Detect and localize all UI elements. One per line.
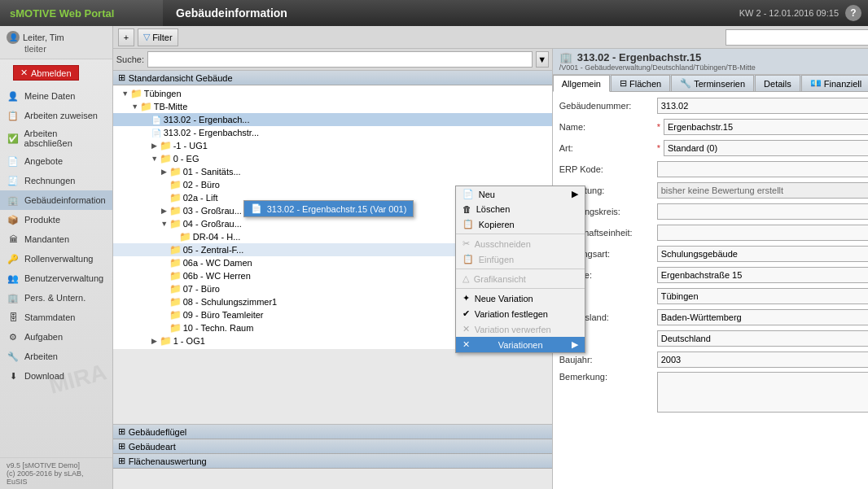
tab-finanziell-label: Finanziell — [824, 79, 861, 89]
sidebar-item-aufgaben[interactable]: ⚙ Aufgaben — [0, 327, 112, 347]
tab-flaechen[interactable]: ⊟ Flächen — [611, 75, 670, 91]
ctx-submenu-item-var001[interactable]: 📄 313.02 - Ergenbachstr.15 (Var 001) — [244, 201, 414, 216]
land-input[interactable] — [657, 330, 868, 347]
tree-item-eg[interactable]: ▼ 📁 0 - EG — [113, 152, 552, 165]
user-info: 👤 Leiter, Tim tleiter — [0, 26, 112, 59]
erp-input[interactable] — [657, 161, 868, 177]
add-button[interactable]: + — [118, 28, 134, 46]
tree-item-313-02-ergenb[interactable]: 📄 313.02 - Ergenbach... — [113, 113, 552, 126]
tree-expand-icon[interactable]: ▶ — [149, 335, 160, 347]
tree-item-313-02-ergenb2[interactable]: 📄 313.02 - Ergenbachstr... — [113, 126, 552, 139]
tree-expand-icon[interactable] — [159, 270, 170, 282]
tree-item-tb-mitte[interactable]: ▼ 📁 TB-Mitte — [113, 100, 552, 113]
sidebar-item-label: Benutzerverwaltung — [24, 273, 103, 283]
offer-icon: 📄 — [7, 155, 20, 168]
tab-finanziell[interactable]: 💶 Finanziell — [801, 75, 868, 91]
folder-icon: 📁 — [170, 166, 182, 177]
tree-expand-icon[interactable] — [159, 179, 170, 190]
person-icon: 👤 — [7, 90, 20, 103]
tree-expand-icon[interactable]: ▼ — [129, 101, 141, 112]
tree-expand-icon[interactable] — [159, 296, 170, 308]
sidebar-item-download[interactable]: ⬇ Download — [0, 366, 112, 386]
sidebar-item-meine-daten[interactable]: 👤 Meine Daten — [0, 86, 112, 106]
tree-expand-icon[interactable] — [159, 192, 170, 203]
sidebar-item-angebote[interactable]: 📄 Angebote — [0, 151, 112, 171]
tree-expand-icon[interactable] — [169, 231, 180, 242]
tree-expand-icon[interactable]: ▼ — [120, 88, 131, 99]
sidebar-item-rechnungen[interactable]: 🧾 Rechnungen — [0, 171, 112, 190]
tree-item-label: TB-Mitte — [154, 102, 188, 111]
ctx-neu[interactable]: 📄 Neu ▶ — [456, 186, 585, 202]
search-input[interactable] — [147, 51, 533, 68]
tree-header-label: Standardansicht Gebäude — [129, 73, 233, 83]
gebaeude-nr-input[interactable] — [657, 98, 868, 114]
tree-expand-icon[interactable] — [139, 114, 151, 125]
ctx-neue-variation[interactable]: ✦ Neue Variation — [456, 290, 585, 306]
newvar-icon: ✦ — [462, 293, 470, 303]
erp-label: ERP Kode: — [559, 164, 657, 174]
tree-item-sanit[interactable]: ▶ 📁 01 - Sanitäts... — [113, 165, 552, 178]
sidebar-item-produkte[interactable]: 📦 Produkte — [0, 210, 112, 229]
folder-icon: 📁 — [170, 218, 182, 229]
tree-expand-icon[interactable] — [159, 309, 170, 321]
bemerkung-textarea[interactable] — [657, 372, 868, 413]
ctx-separator1 — [456, 234, 585, 234]
nutzungsart-input[interactable] — [657, 246, 868, 262]
tree-item-tuebingen[interactable]: ▼ 📁 Tübingen — [113, 87, 552, 100]
name-input[interactable] — [664, 119, 868, 135]
sidebar-item-rollenverwaltung[interactable]: 🔑 Rollenverwaltung — [0, 249, 112, 269]
bewertung-input[interactable] — [657, 182, 868, 199]
ctx-kopieren[interactable]: 📋 Kopieren — [456, 216, 585, 232]
tree-expand-icon[interactable]: ▼ — [159, 218, 170, 229]
sidebar-item-arbeiten[interactable]: 🔧 Arbeiten — [0, 347, 112, 366]
form-row-art: Art: * ⊞ — [559, 139, 868, 157]
bottom-item-gebaeudeart[interactable]: ⊞ Gebäudeart — [113, 439, 552, 454]
ctx-variation-festlegen[interactable]: ✔ Variation festlegen — [456, 306, 585, 321]
sidebar-item-arbeiten-abschliessen[interactable]: ✅ Arbeiten abschließen — [0, 125, 112, 151]
ctx-loeschen[interactable]: 🗑 Löschen — [456, 202, 585, 216]
ctx-ausschneiden: ✂ Ausschneiden — [456, 236, 585, 251]
help-button[interactable]: ? — [845, 5, 861, 21]
bottom-item-label: Gebäudeart — [129, 442, 176, 452]
sidebar-item-stammdaten[interactable]: 🗄 Stammdaten — [0, 308, 112, 327]
version-text: v9.5 [sMOTIVE Demo] — [7, 461, 106, 469]
sidebar-item-arbeiten-zuweisen[interactable]: 📋 Arbeiten zuweisen — [0, 106, 112, 125]
tree-item-label: 07 - Büro — [183, 284, 220, 294]
stadt-input[interactable] — [657, 288, 868, 304]
tab-terminserien[interactable]: 🔧 Terminserien — [671, 75, 754, 91]
tab-details[interactable]: Details — [755, 75, 800, 91]
strasse-input[interactable] — [657, 267, 868, 283]
bundesland-input[interactable] — [657, 309, 868, 325]
tree-expand-icon[interactable] — [139, 127, 151, 138]
search-bar: Suche: ▼ — [113, 49, 552, 71]
sidebar-item-mandanten[interactable]: 🏛 Mandanten — [0, 229, 112, 249]
ctx-variationen[interactable]: ✕ Variationen ▶ — [456, 337, 585, 352]
tree-expand-icon[interactable] — [159, 244, 170, 255]
tree-expand-icon[interactable] — [159, 257, 170, 269]
assign-icon: 📋 — [7, 109, 20, 122]
tree-expand-icon[interactable]: ▶ — [159, 205, 170, 216]
tree-expand-icon[interactable]: ▼ — [149, 153, 160, 164]
bottom-item-gebaeudeflugel[interactable]: ⊞ Gebäudeflügel — [113, 425, 552, 439]
art-input[interactable] — [664, 140, 868, 156]
sidebar-item-gebaeudeinfo[interactable]: 🏢 Gebäudeinformation — [0, 190, 112, 210]
folder-icon: 📁 — [170, 179, 182, 190]
ctx-item-label: Variationen — [498, 340, 543, 350]
filter-button[interactable]: ▽ Filter — [138, 28, 178, 46]
baujahr-input[interactable] — [657, 351, 868, 368]
tree-expand-icon[interactable] — [159, 283, 170, 295]
search-dropdown[interactable]: ▼ — [536, 51, 549, 68]
tab-allgemein[interactable]: Allgemein — [553, 75, 610, 92]
wirtschaftseinheit-input[interactable] — [657, 225, 868, 241]
tree-expand-icon[interactable]: ▶ — [159, 166, 170, 177]
buchungskreis-input[interactable] — [657, 203, 868, 220]
product-icon: 📦 — [7, 213, 20, 226]
tree-item-ug1[interactable]: ▶ 📁 -1 - UG1 — [113, 139, 552, 152]
tree-expand-icon[interactable] — [159, 322, 170, 334]
global-search-input[interactable] — [726, 29, 868, 46]
sidebar-item-pers-untern[interactable]: 🏢 Pers. & Untern. — [0, 288, 112, 308]
sidebar-item-benutzerverwaltung[interactable]: 👥 Benutzerverwaltung — [0, 269, 112, 288]
bottom-item-flaechenauswertung[interactable]: ⊞ Flächenauswertung — [113, 454, 552, 469]
logout-button[interactable]: ✕ Abmelden — [13, 65, 79, 81]
tree-expand-icon[interactable]: ▶ — [149, 140, 160, 151]
